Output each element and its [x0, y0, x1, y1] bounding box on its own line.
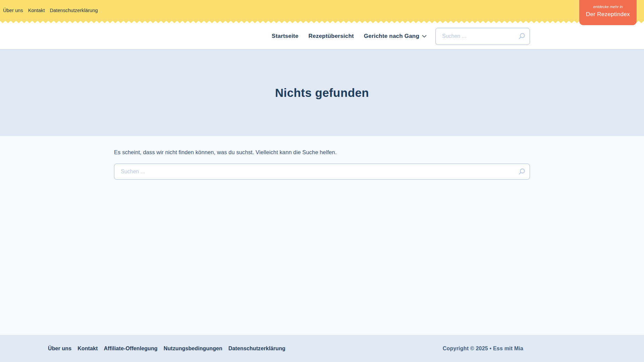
- site-header: Startseite Rezeptübersicht Gerichte nach…: [0, 23, 644, 49]
- footer-link-kontakt[interactable]: Kontakt: [77, 346, 98, 352]
- copyright-text: Copyright © 2025 • Ess mit Mia: [322, 346, 644, 352]
- nav-link-label: Gerichte nach Gang: [364, 33, 419, 40]
- footer-link-nutzungsbedingungen[interactable]: Nutzungsbedingungen: [164, 346, 222, 352]
- rezeptindex-badge[interactable]: entdecke mehr in Der Rezeptindex: [579, 0, 637, 25]
- footer-link-ueber-uns[interactable]: Über uns: [48, 346, 71, 352]
- badge-eyebrow-text: entdecke mehr in: [579, 4, 637, 9]
- header-search-button[interactable]: [518, 33, 526, 40]
- content-search-form: [114, 164, 530, 180]
- topbar-nav: Über uns Kontakt Datenschutzerklärung: [3, 8, 98, 13]
- hero-section: Nichts gefunden: [0, 49, 644, 136]
- content-search-button[interactable]: [518, 168, 526, 176]
- header-search-input[interactable]: [435, 28, 530, 45]
- footer-link-affiliate-offenlegung[interactable]: Affiliate-Offenlegung: [104, 346, 157, 352]
- zigzag-edge-decoration: [0, 21, 644, 23]
- site-footer: Über uns Kontakt Affiliate-Offenlegung N…: [0, 335, 644, 362]
- footer-nav: Über uns Kontakt Affiliate-Offenlegung N…: [48, 346, 285, 352]
- topbar-link-kontakt[interactable]: Kontakt: [28, 8, 45, 13]
- search-icon: [518, 36, 526, 41]
- main-nav: Startseite Rezeptübersicht Gerichte nach…: [272, 33, 427, 40]
- footer-link-datenschutzerklaerung[interactable]: Datenschutzerklärung: [228, 346, 285, 352]
- main-content: Es scheint, dass wir nicht finden können…: [0, 136, 644, 335]
- header-search-form: [435, 28, 530, 45]
- topbar-link-ueber-uns[interactable]: Über uns: [3, 8, 23, 13]
- nav-link-gerichte-nach-gang[interactable]: Gerichte nach Gang: [364, 33, 427, 40]
- content-search-input[interactable]: [114, 164, 530, 180]
- not-found-message: Es scheint, dass wir nicht finden können…: [114, 149, 530, 156]
- nav-link-rezeptuebersicht[interactable]: Rezeptübersicht: [309, 33, 354, 40]
- nav-link-startseite[interactable]: Startseite: [272, 33, 298, 40]
- badge-title-text: Der Rezeptindex: [579, 11, 637, 18]
- page-title: Nichts gefunden: [275, 86, 369, 100]
- nav-link-label: Rezeptübersicht: [309, 33, 354, 40]
- topbar-link-datenschutzerklaerung[interactable]: Datenschutzerklärung: [50, 8, 98, 13]
- search-icon: [518, 172, 526, 177]
- chevron-down-icon: [422, 35, 427, 38]
- nav-link-label: Startseite: [272, 33, 298, 40]
- topbar: Über uns Kontakt Datenschutzerklärung: [0, 0, 644, 21]
